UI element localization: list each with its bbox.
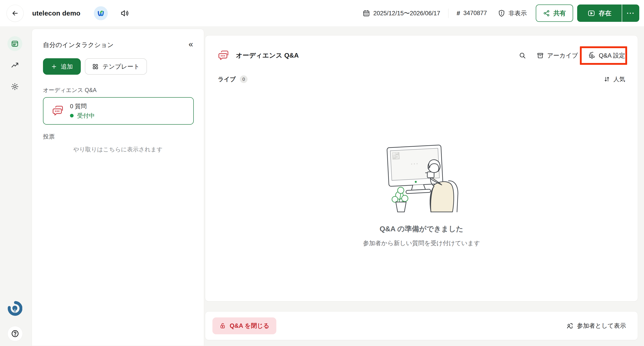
top-bar: utelecon demo 2025/12/15 (0, 0, 644, 26)
template-button-label: テンプレート (102, 62, 140, 71)
qa-card-texts: 0 質問 受付中 (70, 102, 95, 120)
template-grid-icon (92, 63, 99, 70)
share-icon (543, 10, 550, 17)
qa-chat-bubbles-icon (218, 50, 230, 62)
qa-question-count: 0 質問 (70, 102, 95, 110)
empty-state-illustration (374, 143, 469, 217)
ellipsis-icon: ··· (627, 10, 635, 17)
interactions-icon (10, 39, 19, 48)
unlock-icon (220, 322, 226, 329)
status-dot-icon (70, 114, 74, 118)
add-button[interactable]: 追加 (43, 58, 81, 75)
page-title: utelecon demo (32, 10, 80, 17)
qa-settings-button-label: Q&A 設定 (599, 52, 625, 60)
share-button-label: 共有 (553, 9, 566, 18)
sidebar-actions: 追加 テンプレート (32, 50, 204, 75)
close-qa-button[interactable]: Q&A を閉じる (212, 318, 276, 334)
empty-state-title: Q&A の準備ができました (205, 224, 638, 234)
left-nav-rail (0, 26, 32, 346)
event-code[interactable]: # 3470877 (456, 10, 487, 17)
privacy-status-label: 非表示 (508, 9, 527, 17)
polls-section-label: 投票 (43, 133, 55, 140)
template-button[interactable]: テンプレート (85, 58, 147, 75)
qa-footer-bar: Q&A を閉じる 参加者として表示 (205, 311, 638, 340)
nav-analytics-button[interactable] (8, 58, 22, 72)
empty-state-subtitle: 参加者から新しい質問を受け付けています (205, 239, 638, 247)
back-button[interactable] (6, 5, 24, 22)
hash-icon: # (456, 10, 460, 17)
nav-interactions-button[interactable] (8, 36, 22, 51)
present-button-label: 存在 (599, 9, 611, 18)
qa-status-label: 受付中 (77, 112, 95, 120)
qa-settings-button[interactable]: Q&A 設定 (588, 52, 625, 60)
participant-view-icon (566, 322, 573, 329)
gear-icon (588, 52, 596, 59)
qa-status: 受付中 (70, 112, 95, 120)
event-code-value: 3470877 (463, 10, 487, 17)
share-button[interactable]: 共有 (536, 4, 573, 22)
sort-button[interactable]: 人気 (604, 75, 625, 83)
slido-logo[interactable] (8, 301, 22, 316)
interactions-sidebar: 自分のインタラクション « 追加 テンプレート オーディエンス Q&A (32, 29, 204, 346)
present-play-icon (588, 10, 595, 17)
tab-live-label: ライブ (218, 75, 236, 83)
close-qa-button-label: Q&A を閉じる (230, 322, 269, 330)
sidebar-title: 自分のインタラクション (43, 41, 114, 49)
present-button[interactable]: 存在 (577, 4, 622, 22)
tab-live[interactable]: ライブ 0 (218, 75, 248, 83)
archive-button-label: アーカイブ (547, 52, 578, 60)
present-split-button: 存在 ··· (577, 4, 639, 22)
view-as-participant-button[interactable]: 参加者として表示 (566, 322, 626, 330)
search-button[interactable] (519, 52, 526, 60)
app-root: utelecon demo 2025/12/15 (0, 0, 644, 346)
gear-icon (10, 82, 19, 91)
privacy-status[interactable]: 非表示 (498, 9, 527, 17)
topbar-divider (448, 8, 448, 18)
archive-box-icon (537, 52, 544, 59)
qa-panel-header: オーディエンス Q&A アーカイブ Q&A 設 (205, 36, 638, 65)
webex-logo-icon (97, 9, 105, 17)
qa-interaction-card[interactable]: 0 質問 受付中 (43, 97, 194, 125)
shield-exclamation-icon (498, 10, 506, 17)
sort-arrows-icon (604, 76, 610, 82)
sidebar-header: 自分のインタラクション « (32, 29, 204, 50)
sort-button-label: 人気 (614, 75, 625, 83)
live-count-badge: 0 (240, 75, 248, 83)
help-button[interactable] (8, 326, 23, 341)
plus-icon (51, 64, 57, 70)
qa-main-panel: オーディエンス Q&A アーカイブ Q&A 設 (205, 35, 638, 302)
calendar-icon (362, 10, 370, 17)
announcement-speaker-icon[interactable] (120, 9, 130, 18)
qa-chat-bubbles-icon (52, 104, 64, 117)
qa-toolbar-row: ライブ 0 人気 (205, 74, 638, 84)
event-dates[interactable]: 2025/12/15〜2026/06/17 (362, 9, 440, 17)
topbar-right-cluster: 2025/12/15〜2026/06/17 # 3470877 非表示 共有 (362, 4, 639, 22)
trending-up-icon (10, 61, 19, 69)
qa-section-label: オーディエンス Q&A (32, 75, 204, 94)
nav-settings-button[interactable] (8, 79, 22, 94)
sidebar-placeholder-text: やり取りはこちらに表示されます (32, 146, 204, 154)
add-button-label: 追加 (61, 62, 73, 71)
search-icon (519, 52, 526, 60)
archive-button[interactable]: アーカイブ (537, 52, 578, 60)
qa-panel-title: オーディエンス Q&A (236, 51, 299, 60)
view-as-participant-label: 参加者として表示 (577, 322, 626, 330)
event-date-range: 2025/12/15〜2026/06/17 (373, 9, 440, 17)
qa-header-controls: アーカイブ Q&A 設定 (519, 52, 625, 60)
webex-integration-badge[interactable] (94, 6, 108, 20)
present-more-button[interactable]: ··· (622, 4, 639, 22)
collapse-sidebar-button[interactable]: « (188, 40, 193, 50)
question-mark-icon (10, 329, 20, 338)
back-arrow-icon (11, 10, 19, 17)
